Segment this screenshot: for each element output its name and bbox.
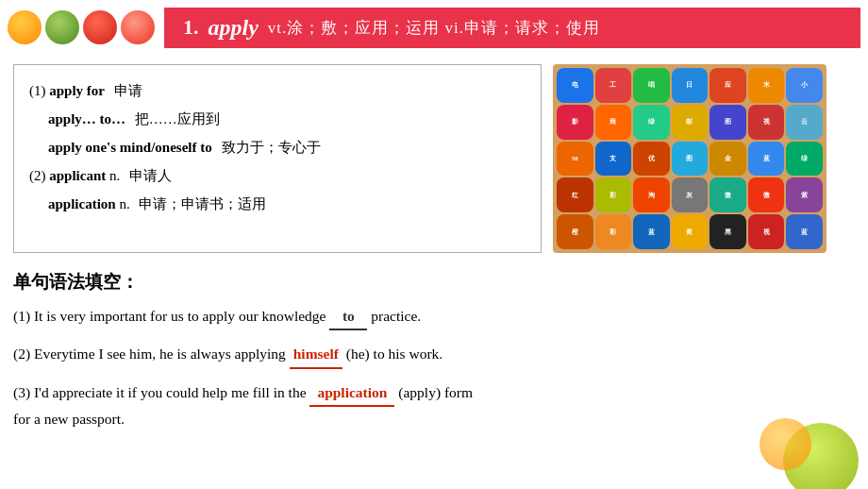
app-icon-26: 微 (748, 177, 785, 212)
app-grid: 电工唱日应米小影商绿邮图视云58支优图金蓝绿红彩淘灰微微紫橙彩蓝黄黑视蓝 (553, 64, 826, 253)
header: 1. apply vt.涂；敷；应用；运用 vi.申请；请求；使用 (0, 0, 868, 55)
app-icon-15: 支 (595, 142, 632, 177)
app-icon-32: 黑 (709, 214, 746, 249)
word-title: apply (209, 15, 259, 41)
app-icon-31: 黄 (672, 214, 709, 249)
app-icon-12: 视 (748, 105, 785, 140)
app-icon-20: 绿 (786, 142, 823, 177)
grammar-section: 单句语法填空： (1) It is very important for us … (0, 262, 868, 431)
vocab-item-apply-for: (1) apply for 申请 (29, 76, 526, 105)
kiwi-icon (45, 10, 79, 44)
vocab-bold-applicant: applicant (49, 168, 106, 183)
sentence2-after: (he) to his work. (342, 346, 442, 362)
grammar-item-2: (2) Everytime I see him, he is always ap… (13, 342, 855, 368)
fruits-decoration (8, 10, 155, 44)
sentence3-before: (3) I'd appreciate it if you could help … (13, 384, 309, 400)
answer1: to (329, 304, 367, 330)
grapefruit-icon (121, 10, 155, 44)
answer3: application (309, 380, 394, 407)
app-icon-17: 图 (672, 142, 709, 177)
app-icon-7: 影 (557, 105, 593, 140)
app-icon-0: 电 (557, 68, 593, 103)
sentence1-before: (1) It is very important for us to apply… (13, 308, 329, 324)
app-icon-8: 商 (595, 105, 632, 140)
orange-icon (8, 10, 42, 44)
word-number: 1. (183, 15, 199, 40)
app-icon-2: 唱 (633, 68, 670, 103)
vocab-cn-apply-for: 申请 (110, 83, 142, 98)
app-icon-29: 彩 (595, 214, 632, 249)
app-icon-25: 微 (709, 177, 746, 212)
app-icon-28: 橙 (557, 214, 593, 249)
app-icon-4: 应 (709, 68, 746, 103)
vocab-bold-application: application (48, 196, 116, 211)
word-definition: vt.涂；敷；应用；运用 vi.申请；请求；使用 (268, 17, 600, 39)
app-icon-33: 视 (748, 214, 785, 249)
vocab-bold-apply-for: apply for (49, 83, 105, 98)
sentence2-before: (2) Everytime I see him, he is always ap… (13, 346, 290, 362)
app-icon-19: 蓝 (748, 142, 785, 177)
app-icon-5: 米 (748, 68, 785, 103)
app-icon-16: 优 (633, 142, 670, 177)
answer2: himself (290, 342, 342, 368)
app-icon-22: 彩 (595, 177, 632, 212)
vocab-item-application: application n. 申请；申请书；适用 (48, 190, 526, 218)
vocab-bold-apply-to: apply… to… (48, 111, 125, 126)
vocab-item-apply-mind: apply one's mind/oneself to 致力于；专心于 (48, 133, 526, 161)
app-icon-23: 淘 (633, 177, 670, 212)
title-banner: 1. apply vt.涂；敷；应用；运用 vi.申请；请求；使用 (164, 8, 860, 48)
vocab-item-applicant: (2) applicant n. 申请人 (29, 161, 526, 190)
app-icon-3: 日 (672, 68, 709, 103)
app-icon-11: 图 (709, 105, 746, 140)
vocab-item-apply-to: apply… to… 把……应用到 (48, 105, 526, 133)
sentence3-after: (apply) form (394, 384, 473, 400)
grammar-title: 单句语法填空： (13, 270, 855, 295)
app-icon-34: 蓝 (786, 214, 823, 249)
vocab-cn-application: 申请；申请书；适用 (136, 196, 267, 211)
vocab-cn-apply-mind: 致力于；专心于 (218, 140, 321, 155)
app-icon-6: 小 (786, 68, 823, 103)
vocab-cn-applicant: 申请人 (125, 168, 172, 183)
grammar-item-3: (3) I'd appreciate it if you could help … (13, 380, 855, 432)
sentence3-continuation: for a new passport. (13, 411, 125, 427)
vocab-cn-apply-to: 把……应用到 (131, 111, 220, 126)
app-icon-14: 58 (557, 142, 593, 177)
app-icon-13: 云 (786, 105, 823, 140)
grammar-item-1: (1) It is very important for us to apply… (13, 304, 855, 330)
vocab-bold-apply-mind: apply one's mind/oneself to (48, 140, 212, 155)
tomato-icon (83, 10, 117, 44)
app-icon-10: 邮 (672, 105, 709, 140)
vocab-box: (1) apply for 申请 apply… to… 把……应用到 apply… (13, 64, 542, 253)
lime-decoration (783, 423, 859, 489)
app-icon-18: 金 (709, 142, 746, 177)
app-icon-27: 紫 (786, 177, 823, 212)
sentence1-after: practice. (367, 308, 421, 324)
app-icon-1: 工 (595, 68, 632, 103)
app-icon-30: 蓝 (633, 214, 670, 249)
app-icon-21: 红 (557, 177, 593, 212)
app-icon-24: 灰 (672, 177, 709, 212)
main-content: (1) apply for 申请 apply… to… 把……应用到 apply… (0, 55, 868, 262)
app-icon-9: 绿 (633, 105, 670, 140)
